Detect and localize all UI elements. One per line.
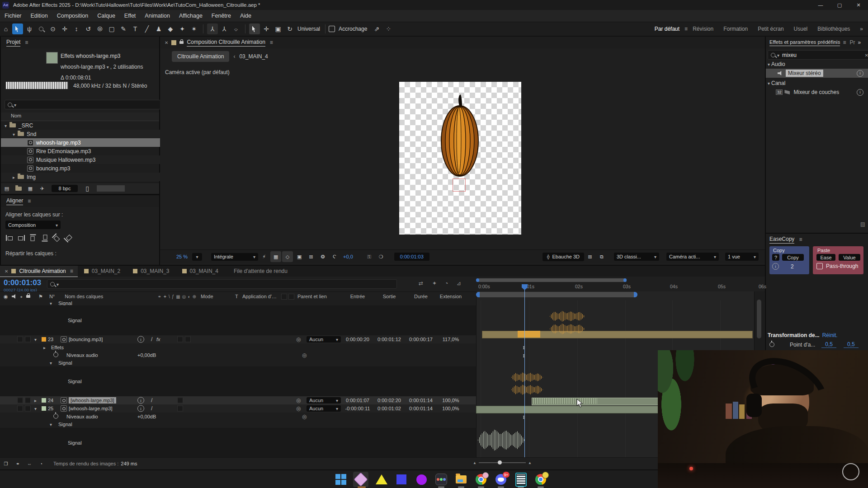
orbit-camera-tool[interactable]: ⊙ — [47, 23, 58, 34]
menu-fenetre[interactable]: Fenêtre — [207, 13, 236, 19]
duration[interactable]: 0:00:01:14 — [405, 406, 437, 411]
maximize-button[interactable]: ▢ — [830, 0, 849, 10]
label-color-swatch[interactable] — [42, 406, 46, 411]
zoom-out-icon[interactable]: ▲ — [473, 461, 476, 465]
panel-menu-icon[interactable] — [270, 39, 273, 46]
close-tab-icon[interactable] — [5, 268, 8, 274]
workspace-par-defaut[interactable]: Par défaut — [655, 26, 679, 32]
work-area-bar[interactable] — [476, 292, 637, 297]
expander-icon[interactable] — [34, 337, 37, 342]
out-time[interactable]: 0:00:02:20 — [373, 398, 405, 403]
gizmo-move-icon[interactable]: ✛ — [261, 23, 272, 34]
panel-menu-icon[interactable] — [25, 39, 28, 46]
parent-select[interactable]: Aucun — [307, 405, 341, 412]
reset-exposure-icon[interactable]: Ϛ — [329, 251, 340, 262]
taskbar-chrome-profile2-icon[interactable] — [534, 473, 547, 486]
snapping-checkbox[interactable] — [329, 26, 335, 32]
tab-premiere-partial[interactable]: Pr — [849, 39, 855, 46]
workspace-bibliotheques[interactable]: Bibliothèques — [817, 26, 850, 32]
motion-blur-master-icon[interactable]: ⇔ — [24, 458, 35, 469]
menu-aide[interactable]: Aide — [236, 13, 256, 19]
tab-projet[interactable]: Projet — [6, 39, 20, 47]
effects-search-input[interactable] — [781, 52, 865, 59]
expander-icon[interactable] — [50, 360, 52, 366]
column-layer-name[interactable]: Nom des calques — [65, 294, 103, 299]
layer-name[interactable]: [bouncing.mp3] — [69, 337, 103, 342]
tree-item-snd[interactable]: Snd — [1, 130, 160, 138]
project-search-box[interactable] — [5, 100, 163, 109]
navigator-end-handle[interactable] — [623, 278, 627, 282]
new-folder-icon[interactable] — [15, 187, 22, 191]
out-time[interactable]: 0:00:01:12 — [373, 337, 405, 342]
gizmo-mode-select[interactable]: Universal — [297, 26, 320, 32]
zoom-in-icon[interactable]: ▲ — [528, 461, 532, 465]
label-color-swatch[interactable] — [42, 337, 46, 342]
tree-item-src[interactable]: _SRC — [1, 121, 160, 130]
align-left-icon[interactable] — [6, 235, 13, 241]
scrollbar-thumb[interactable] — [757, 300, 761, 338]
effect-item-mixeur-couches[interactable]: 32 Mixeur de couches — [766, 88, 868, 97]
audio-level-value[interactable]: +0,00dB — [137, 414, 156, 419]
gizmo-select-icon[interactable] — [249, 23, 260, 34]
home-tool[interactable]: ⌂ — [0, 23, 11, 34]
pickwhip-icon[interactable] — [302, 413, 307, 420]
zoom-tool[interactable] — [36, 23, 47, 34]
panel-corner-icon[interactable]: ▨ — [860, 221, 865, 227]
timeline-tab-main2[interactable]: 03_MAIN_2 — [78, 268, 127, 274]
view-axis-mode[interactable]: ⌔ — [231, 23, 241, 34]
eraser-tool[interactable]: ◆ — [165, 23, 176, 34]
lock-cell[interactable] — [25, 337, 31, 343]
breadcrumb-current-comp[interactable]: 03_MAIN_4 — [239, 53, 268, 60]
expander-icon[interactable] — [13, 174, 15, 180]
draft-3d-button[interactable]: ⟠Ebauche 3D — [542, 253, 584, 261]
info-icon[interactable] — [857, 89, 863, 96]
solo-cell[interactable] — [17, 406, 23, 412]
pin-icon[interactable] — [137, 336, 144, 343]
local-axis-mode[interactable]: ⅄ — [207, 23, 218, 34]
camera-tool[interactable]: ⦾ — [94, 23, 105, 34]
parent-pickwhip-icon[interactable] — [296, 397, 301, 404]
switch-cell[interactable] — [177, 337, 183, 343]
panel-menu-icon[interactable] — [799, 236, 802, 243]
copy-button[interactable]: Copy — [782, 254, 804, 261]
stretch[interactable]: 117,0% — [435, 337, 467, 342]
parent-select[interactable]: Aucun — [307, 397, 341, 404]
quality-icon[interactable] — [151, 336, 152, 343]
view-layout-select[interactable]: 1 vue — [725, 253, 759, 261]
playhead-line[interactable] — [524, 286, 525, 457]
taskbar-notepad-icon[interactable] — [514, 473, 527, 486]
work-area-start[interactable] — [476, 292, 480, 297]
align-top-icon[interactable] — [30, 235, 36, 242]
column-header-name[interactable]: Nom — [11, 113, 21, 118]
column-stretch[interactable]: Extension — [435, 294, 467, 299]
align-right-icon[interactable] — [18, 235, 25, 241]
lock-cell[interactable] — [25, 406, 31, 412]
show-snapshot-icon[interactable]: ❍ — [376, 251, 387, 262]
lock-icon[interactable] — [179, 41, 184, 44]
workspace-formation[interactable]: Formation — [723, 26, 748, 32]
search-options-icon[interactable] — [777, 52, 779, 58]
panel-drag-zone[interactable] — [97, 185, 125, 192]
pen-tool[interactable]: ✎ — [118, 23, 129, 34]
effects-group-audio[interactable]: Audio — [768, 61, 785, 67]
taskbar-square-app-icon[interactable] — [395, 473, 408, 486]
expander-icon[interactable] — [43, 345, 46, 350]
effects-search-box[interactable] — [768, 50, 868, 60]
timeline-tab-render-queue[interactable]: File d'attente de rendu — [225, 268, 297, 274]
menu-edition[interactable]: Edition — [26, 13, 52, 19]
puppet-pin-tool[interactable]: ✶ — [189, 23, 199, 34]
trash-icon[interactable]: ▯ — [82, 183, 93, 194]
footage-dropdown-icon[interactable] — [107, 64, 109, 70]
search-options-icon[interactable] — [57, 281, 59, 287]
quality-icon[interactable] — [151, 397, 152, 404]
timeline-tab-active[interactable]: CItrouille Animation — [0, 266, 78, 277]
view-select[interactable]: Caméra acti... — [666, 253, 719, 261]
pickwhip-icon[interactable] — [302, 352, 307, 358]
anchor-point-label[interactable]: Point d'a... — [790, 342, 815, 348]
renderer-select[interactable]: 3D classi... — [614, 253, 659, 261]
expander-icon[interactable] — [13, 131, 15, 137]
menu-composition[interactable]: Composition — [52, 13, 93, 19]
ease-button[interactable]: Ease — [816, 254, 835, 261]
parent-pickwhip-icon[interactable] — [296, 336, 301, 343]
graph-editor-icon[interactable]: ⊿ — [457, 280, 461, 286]
